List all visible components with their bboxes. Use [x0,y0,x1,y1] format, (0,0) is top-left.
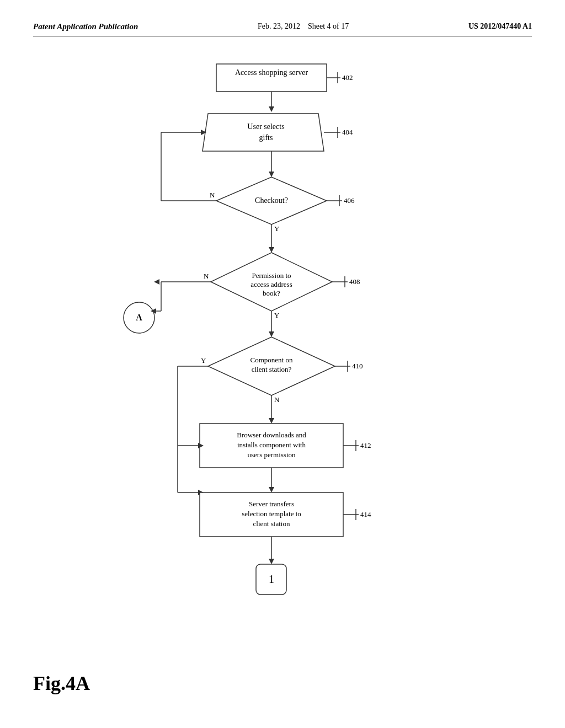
header-center: Feb. 23, 2012 Sheet 4 of 17 [258,22,349,31]
node-A: A [124,282,161,333]
svg-text:412: 412 [360,441,371,449]
svg-text:Server transfers: Server transfers [249,500,294,508]
svg-text:N: N [274,395,280,404]
header-left: Patent Application Publication [33,22,138,31]
node-connector-1: 1 [256,564,286,595]
svg-text:Y: Y [274,311,280,319]
patent-publication-label: Patent Application Publication [33,22,138,31]
figure-label: Fig.4A [33,672,90,695]
node-408: Permission to access address book? 408 N [204,253,360,311]
svg-marker-14 [269,172,274,177]
svg-text:client station: client station [253,520,290,528]
svg-marker-6 [269,106,274,112]
svg-marker-7 [202,114,324,151]
header-patent-number: US 2012/047440 A1 [468,22,532,30]
svg-text:402: 402 [342,73,353,82]
header: Patent Application Publication Feb. 23, … [33,22,532,36]
svg-marker-68 [269,487,274,493]
svg-text:Component on: Component on [250,356,293,364]
svg-text:N: N [204,272,209,280]
svg-marker-45 [269,331,274,337]
svg-text:installs component with: installs component with [237,441,306,449]
svg-text:404: 404 [342,128,353,136]
node-402: Access shopping server 402 [216,64,353,92]
header-sheet: Sheet 4 of 17 [308,22,349,30]
svg-marker-80 [269,559,274,564]
svg-marker-55 [269,418,274,424]
svg-text:410: 410 [352,362,363,370]
node-406: Checkout? 406 N [210,177,355,224]
node-404: User selects gifts 404 [202,114,353,151]
svg-text:408: 408 [349,277,360,286]
svg-text:406: 406 [344,196,355,205]
page: Patent Application Publication Feb. 23, … [0,0,565,728]
svg-text:selection template to: selection template to [242,510,301,518]
svg-marker-27 [269,247,274,253]
svg-text:1: 1 [269,573,274,585]
svg-text:users permission: users permission [247,451,296,459]
svg-text:gifts: gifts [259,133,273,142]
svg-text:Browser downloads and: Browser downloads and [237,431,306,439]
svg-text:Permission to: Permission to [252,271,291,280]
svg-text:User selects: User selects [247,122,284,131]
node-410: Component on client station? 410 Y N [201,337,363,404]
flowchart-diagram: Access shopping server 402 User selects … [89,53,476,660]
svg-text:N: N [210,191,215,199]
header-right: US 2012/047440 A1 [468,22,532,31]
node-412: Browser downloads and installs component… [200,424,371,468]
svg-text:A: A [136,313,142,322]
svg-text:book?: book? [263,289,280,297]
svg-text:Access shopping server: Access shopping server [235,68,308,77]
svg-text:Y: Y [274,224,280,233]
svg-text:Y: Y [201,356,206,365]
svg-text:client station?: client station? [252,365,292,373]
flowchart-svg: Access shopping server 402 User selects … [89,53,476,649]
header-date: Feb. 23, 2012 [258,22,300,30]
svg-text:414: 414 [360,510,371,518]
node-414: Server transfers selection template to c… [200,493,371,537]
svg-marker-37 [154,279,159,285]
svg-text:access address: access address [250,280,292,288]
svg-text:Checkout?: Checkout? [255,196,288,205]
